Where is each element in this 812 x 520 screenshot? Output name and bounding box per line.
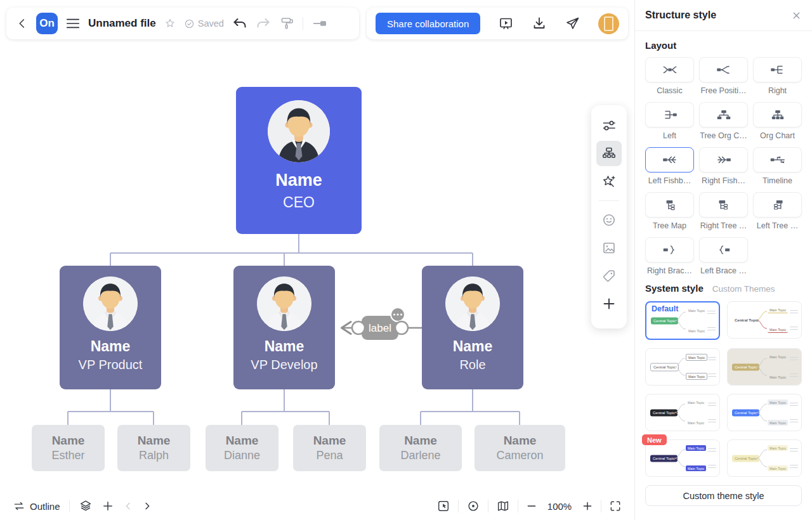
- outline-toggle[interactable]: Outline: [13, 500, 60, 512]
- node-role: Esther: [51, 449, 84, 462]
- app-logo[interactable]: On: [36, 13, 58, 34]
- node-role: VP Develop: [251, 358, 317, 372]
- relation-edge[interactable]: label: [342, 308, 422, 340]
- org-node-pena[interactable]: Name Pena: [293, 425, 366, 471]
- add-sheet-button[interactable]: [102, 500, 114, 512]
- share-collaboration-button[interactable]: Share collaboration: [376, 13, 480, 34]
- theme-outline[interactable]: Central Topic Main Topic Main Topic: [645, 348, 720, 386]
- theme-beige[interactable]: Central Topic Main Topic Main Topic: [727, 348, 802, 386]
- node-name: Name: [52, 434, 85, 448]
- check-circle-icon: [184, 18, 195, 29]
- org-node-cameron[interactable]: Name Cameron: [475, 425, 565, 471]
- mindmap-canvas[interactable]: label Name CEO: [0, 0, 634, 520]
- magic-style-icon[interactable]: [596, 169, 622, 194]
- theme-dark-purple-new[interactable]: New Central Topic Main Topic Main Topic: [645, 439, 720, 477]
- org-node-vp-product[interactable]: Name VP Product: [60, 266, 161, 389]
- zoom-in-button[interactable]: [582, 500, 593, 512]
- layout-option-tree-org-chart[interactable]: Tree Org C…: [699, 102, 748, 140]
- adjust-style-icon[interactable]: [596, 113, 622, 138]
- org-node-ralph[interactable]: Name Ralph: [117, 425, 190, 471]
- layout-option-right[interactable]: Right: [753, 57, 802, 95]
- connector-line-tool-icon[interactable]: [311, 16, 328, 31]
- node-name: Name: [226, 434, 259, 448]
- minimap-icon[interactable]: [496, 499, 510, 513]
- prev-sheet-button[interactable]: [123, 501, 133, 511]
- save-status: Saved: [184, 18, 224, 29]
- custom-theme-style-button[interactable]: Custom theme style: [645, 485, 802, 506]
- node-name: Name: [404, 434, 437, 448]
- edge-handle-left[interactable]: [352, 322, 365, 334]
- layout-option-left-brace[interactable]: Left Brace …: [699, 237, 748, 275]
- layout-option-tree-map[interactable]: Tree Map: [645, 192, 694, 230]
- node-role: Dianne: [224, 449, 260, 462]
- file-title[interactable]: Unnamed file: [88, 17, 156, 30]
- node-name: Name: [138, 434, 171, 448]
- theme-black[interactable]: Central Topic Main Topic Main Topic: [645, 394, 720, 431]
- layout-option-left-fishbone[interactable]: Left Fishb…: [645, 147, 694, 185]
- person-avatar: [257, 276, 311, 331]
- send-icon[interactable]: [565, 16, 580, 31]
- image-icon[interactable]: [596, 235, 622, 261]
- theme-default[interactable]: Default Central Topic Main Topic Main To…: [645, 301, 720, 340]
- layout-option-left[interactable]: Left: [645, 102, 694, 140]
- structure-style-icon[interactable]: [596, 141, 622, 166]
- canvas-side-toolbar: [591, 105, 627, 328]
- zoom-out-button[interactable]: [526, 500, 537, 512]
- emoji-icon[interactable]: [596, 207, 622, 233]
- redo-button[interactable]: [256, 16, 271, 31]
- org-node-ceo[interactable]: Name CEO: [236, 87, 362, 234]
- node-role: VP Product: [79, 358, 143, 372]
- org-node-esther[interactable]: Name Esther: [32, 425, 105, 471]
- node-name: Name: [313, 434, 346, 448]
- layout-option-left-tree[interactable]: Left Tree …: [753, 192, 802, 230]
- add-element-icon[interactable]: [596, 291, 622, 316]
- star-icon[interactable]: [164, 18, 176, 29]
- user-avatar[interactable]: [598, 13, 619, 34]
- edge-label-box[interactable]: [362, 316, 398, 340]
- zoom-level[interactable]: 100%: [545, 501, 574, 512]
- divider: [599, 200, 619, 201]
- theme-blue[interactable]: Central Topic Main Topic Main Topic: [727, 394, 802, 431]
- close-panel-icon[interactable]: [791, 10, 802, 21]
- drag-mode-icon[interactable]: [436, 499, 450, 513]
- undo-button[interactable]: [232, 16, 247, 31]
- custom-themes-tab[interactable]: Custom Themes: [712, 284, 775, 294]
- back-button[interactable]: [16, 18, 28, 29]
- download-icon[interactable]: [532, 16, 547, 31]
- tag-icon[interactable]: [596, 263, 622, 289]
- default-theme-label: Default: [652, 304, 678, 313]
- save-status-label: Saved: [198, 18, 224, 29]
- layout-option-timeline[interactable]: Timeline: [753, 147, 802, 185]
- structure-style-panel: Structure style Layout Classic Free Posi…: [634, 0, 812, 520]
- org-node-role[interactable]: Name Role: [422, 266, 523, 389]
- edge-more-button[interactable]: [391, 308, 405, 322]
- layout-option-free-position[interactable]: Free Positi…: [699, 57, 748, 95]
- theme-colored-lines[interactable]: Central Topic Main Topic Main Topic: [727, 301, 802, 339]
- locate-icon[interactable]: [466, 499, 480, 513]
- org-node-dianne[interactable]: Name Dianne: [206, 425, 278, 471]
- node-name: Name: [453, 338, 493, 355]
- edge-handle-right[interactable]: [395, 322, 408, 334]
- node-role: Ralph: [139, 449, 169, 462]
- menu-icon[interactable]: [66, 18, 80, 29]
- layout-option-org-chart[interactable]: Org Chart: [753, 102, 802, 140]
- toolbar-share: Share collaboration: [367, 8, 628, 39]
- theme-grid: Default Central Topic Main Topic Main To…: [645, 301, 802, 477]
- layers-icon[interactable]: [79, 499, 93, 513]
- present-icon[interactable]: [498, 16, 514, 31]
- person-avatar: [268, 100, 330, 162]
- org-node-darlene[interactable]: Name Darlene: [379, 425, 462, 471]
- format-painter-icon[interactable]: [279, 16, 294, 31]
- node-name: Name: [265, 338, 304, 355]
- divider: [518, 500, 518, 512]
- next-sheet-button[interactable]: [142, 501, 152, 511]
- layout-option-classic[interactable]: Classic: [645, 57, 694, 95]
- layout-option-right-fishbone[interactable]: Right Fish…: [699, 147, 748, 185]
- org-node-vp-develop[interactable]: Name VP Develop: [233, 266, 335, 389]
- node-name: Name: [275, 171, 322, 190]
- layout-option-right-tree[interactable]: Right Tree …: [699, 192, 748, 230]
- theme-cream[interactable]: Central Topic Main Topic Main Topic: [727, 439, 802, 477]
- fullscreen-icon[interactable]: [609, 500, 622, 512]
- layout-option-right-brace[interactable]: Right Brac…: [645, 237, 694, 275]
- app-window: label Name CEO: [0, 0, 812, 520]
